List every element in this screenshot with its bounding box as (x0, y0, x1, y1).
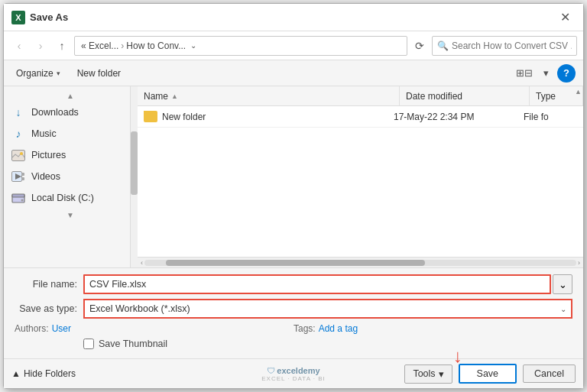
sidebar-item-local-disk[interactable]: Local Disk (C:) (4, 187, 137, 209)
bottom-actions: ▲ Hide Folders 🛡 exceldemy EXCEL · DATA … (4, 358, 583, 388)
authors-section: Authors: User (15, 323, 294, 334)
file-type-cell: File fo (524, 112, 577, 122)
address-chevron-icon: ⌄ (190, 41, 196, 50)
sidebar-scroll-down[interactable]: ▼ (4, 209, 137, 221)
authors-label: Authors: (15, 323, 49, 334)
tags-label: Tags: (294, 323, 316, 334)
tags-section: Tags: Add a tag (294, 323, 572, 334)
title-bar: X Save As ✕ (4, 4, 583, 31)
form-area: File name: ⌄ Save as type: Excel Workboo… (4, 267, 583, 358)
watermark-sub-text: EXCEL · DATA · BI (261, 375, 326, 382)
svg-rect-5 (21, 173, 24, 176)
sidebar: ▲ ↓ Downloads ♪ Music Pictures (4, 86, 138, 224)
view-dropdown-button[interactable]: ▾ (536, 64, 556, 83)
thumbnail-checkbox[interactable] (83, 339, 94, 349)
authors-value[interactable]: User (52, 323, 71, 334)
thumbnail-label: Save Thumbnail (99, 339, 167, 349)
path-part-2: How to Conv... (126, 40, 186, 51)
savetype-row: Save as type: Excel Workbook (*.xlsx) ⌄ (15, 299, 572, 319)
organize-chevron-icon: ▾ (57, 70, 60, 77)
search-box[interactable]: 🔍 (432, 36, 577, 56)
view-list-button[interactable]: ⊞⊟ (514, 64, 534, 83)
action-buttons: ↓ Tools ▾ Save Cancel (404, 364, 576, 384)
organize-button[interactable]: Organize ▾ (11, 66, 65, 80)
file-scroll-up-btn[interactable]: ▲ (573, 86, 583, 97)
hscroll-left-icon[interactable]: ‹ (139, 259, 144, 267)
name-sort-icon: ▲ (171, 92, 178, 100)
filename-dropdown-button[interactable]: ⌄ (553, 274, 572, 294)
file-list-body: New folder 17-May-22 2:34 PM File fo (138, 106, 583, 257)
toolbar: Organize ▾ New folder ⊞⊟ ▾ ? (4, 60, 583, 86)
address-bar: ‹ › ↑ « Excel... › How to Conv... ⌄ ⟳ 🔍 (4, 31, 583, 60)
svg-rect-6 (21, 177, 24, 180)
folder-icon (144, 111, 157, 122)
back-button[interactable]: ‹ (10, 37, 28, 55)
hide-folders-label: Hide Folders (24, 368, 76, 379)
pictures-icon (11, 148, 25, 162)
videos-icon (11, 170, 25, 183)
filename-label: File name: (15, 279, 83, 290)
svg-rect-8 (12, 194, 24, 197)
add-tag-button[interactable]: Add a tag (319, 323, 358, 334)
forward-button[interactable]: › (31, 37, 50, 55)
downloads-icon: ↓ (11, 105, 25, 119)
thumbnail-row: Save Thumbnail (15, 339, 572, 349)
file-name-cell: New folder (144, 111, 394, 122)
cancel-button[interactable]: Cancel (523, 364, 576, 383)
sidebar-scrollbar-thumb (131, 131, 138, 195)
sidebar-item-downloads[interactable]: ↓ Downloads (4, 102, 137, 123)
local-disk-icon (11, 191, 25, 205)
savetype-dropdown[interactable]: Excel Workbook (*.xlsx) ⌄ (83, 299, 572, 319)
hide-folders-chevron-icon: ▲ (11, 368, 21, 379)
help-button[interactable]: ? (557, 64, 576, 83)
watermark: 🛡 exceldemy EXCEL · DATA · BI (261, 366, 326, 382)
savetype-label: Save as type: (15, 303, 83, 314)
new-folder-button[interactable]: New folder (73, 66, 125, 80)
hscroll-right-icon[interactable]: › (576, 259, 582, 267)
hscroll-thumb (166, 260, 425, 266)
tools-chevron-icon: ▾ (439, 368, 444, 380)
filename-input[interactable] (83, 274, 551, 294)
close-button[interactable]: ✕ (554, 8, 576, 28)
search-input[interactable] (452, 40, 572, 51)
svg-point-2 (20, 152, 23, 155)
tools-button[interactable]: Tools ▾ (404, 364, 452, 384)
red-arrow-indicator: ↓ (453, 347, 462, 365)
hide-folders-button[interactable]: ▲ Hide Folders (11, 368, 76, 379)
save-button[interactable]: Save (459, 364, 517, 384)
sidebar-scroll-up[interactable]: ▲ (4, 89, 137, 102)
watermark-shield-icon: 🛡 (267, 366, 275, 375)
path-sep: › (121, 40, 124, 51)
address-path[interactable]: « Excel... › How to Conv... ⌄ (74, 36, 407, 56)
refresh-button[interactable]: ⟳ (410, 37, 429, 55)
table-row[interactable]: New folder 17-May-22 2:34 PM File fo (138, 106, 583, 128)
sidebar-item-music[interactable]: ♪ Music (4, 123, 137, 144)
up-button[interactable]: ↑ (53, 37, 71, 55)
dialog-title: Save As (30, 11, 554, 23)
file-date-cell: 17-May-22 2:34 PM (394, 112, 524, 122)
app-icon: X (11, 11, 25, 24)
meta-row: Authors: User Tags: Add a tag (15, 323, 572, 334)
hscroll-track[interactable] (144, 260, 576, 266)
file-hscroll[interactable]: ‹ › (138, 257, 583, 267)
music-icon: ♪ (11, 127, 25, 141)
col-header-date[interactable]: Date modified (400, 86, 530, 105)
col-header-name[interactable]: Name ▲ (138, 86, 400, 105)
path-part-1: « Excel... (81, 40, 118, 51)
watermark-logo-area: 🛡 exceldemy (267, 366, 319, 375)
save-as-dialog: X Save As ✕ ‹ › ↑ « Excel... › How to Co… (3, 3, 584, 389)
sidebar-item-videos[interactable]: Videos (4, 166, 137, 187)
watermark-logo-text: exceldemy (277, 366, 319, 375)
thumbnail-checkbox-wrap[interactable]: Save Thumbnail (83, 339, 167, 349)
file-list-header: Name ▲ Date modified Type ▲ (138, 86, 583, 106)
sidebar-container: ▲ ↓ Downloads ♪ Music Pictures (4, 86, 138, 267)
svg-point-9 (21, 199, 24, 202)
view-controls: ⊞⊟ ▾ ? (514, 64, 576, 83)
filename-row: File name: ⌄ (15, 274, 572, 294)
sidebar-scrollbar[interactable] (130, 86, 138, 267)
savetype-chevron-icon: ⌄ (560, 305, 566, 313)
search-icon: 🔍 (437, 40, 449, 51)
file-area: Name ▲ Date modified Type ▲ New folder (138, 86, 583, 267)
sidebar-item-pictures[interactable]: Pictures (4, 144, 137, 166)
main-area: ▲ ↓ Downloads ♪ Music Pictures (4, 86, 583, 267)
